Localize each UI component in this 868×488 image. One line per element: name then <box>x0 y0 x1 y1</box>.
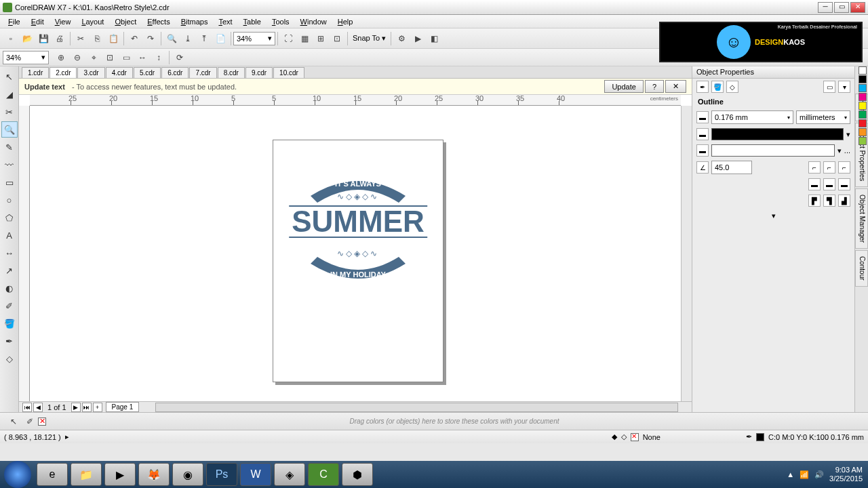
docker-tab[interactable]: Object Manager <box>855 188 868 249</box>
palette-swatch[interactable] <box>859 128 867 136</box>
zoom-tool-icon[interactable]: 🔍 <box>1 121 18 138</box>
tray-flag-icon[interactable]: ▲ <box>787 470 794 479</box>
shape-tool-icon[interactable]: ◢ <box>1 86 18 102</box>
app2-taskbar-icon[interactable]: ⬢ <box>342 463 373 486</box>
zoom-selection-icon[interactable]: ⌖ <box>86 50 101 65</box>
chrome-taskbar-icon[interactable]: ◉ <box>172 463 203 486</box>
guides-icon[interactable]: ⊞ <box>313 31 328 46</box>
firefox-taskbar-icon[interactable]: 🦊 <box>138 463 170 486</box>
search-icon[interactable]: 🔍 <box>164 31 179 46</box>
zoom-all-icon[interactable]: ⊡ <box>102 50 117 65</box>
tray-network-icon[interactable]: 📶 <box>800 470 809 479</box>
add-page-button[interactable]: + <box>93 403 102 412</box>
menu-table[interactable]: Table <box>238 16 267 27</box>
palette-swatch[interactable] <box>859 137 867 145</box>
menu-file[interactable]: File <box>3 16 26 27</box>
expand-icon[interactable]: ▭ <box>823 81 835 93</box>
vertical-scrollbar[interactable] <box>681 106 692 401</box>
corner3-icon[interactable]: ⌐ <box>838 161 850 174</box>
snap-to-dropdown[interactable]: Snap To ▾ <box>350 34 389 43</box>
launch-icon[interactable]: ▶ <box>410 31 425 46</box>
fullscreen-icon[interactable]: ⛶ <box>281 31 296 46</box>
palette-swatch[interactable] <box>859 84 867 92</box>
expand-arrow-icon[interactable]: ▾ <box>692 209 854 223</box>
redo-icon[interactable]: ↷ <box>143 31 158 46</box>
pos1-icon[interactable]: ▛ <box>808 195 821 207</box>
doc-tab[interactable]: 2.cdr <box>50 67 77 78</box>
cap2-icon[interactable]: ▬ <box>823 178 835 190</box>
last-page-button[interactable]: ⏭ <box>82 403 92 412</box>
doc-tab[interactable]: 3.cdr <box>77 67 104 78</box>
palette-swatch[interactable] <box>859 102 867 110</box>
effects-tool-icon[interactable]: ◐ <box>1 280 18 296</box>
help-button[interactable]: ? <box>645 80 664 93</box>
print-icon[interactable]: 🖨 <box>52 31 67 46</box>
word-taskbar-icon[interactable]: W <box>240 463 271 486</box>
menu-view[interactable]: View <box>50 16 77 27</box>
menu-effects[interactable]: Effects <box>142 16 175 27</box>
menu-layout[interactable]: Layout <box>76 16 109 27</box>
canvas[interactable]: IT'S ALWAYS ∿◇◈◇∿ SUMMER ∿◇◈◇∿ IN MY HOL… <box>30 106 681 401</box>
options-icon[interactable]: ⚙ <box>394 31 409 46</box>
prev-page-button[interactable]: ◀ <box>33 403 43 412</box>
save-icon[interactable]: 💾 <box>36 31 51 46</box>
cap1-icon[interactable]: ▬ <box>808 178 821 190</box>
doc-tab[interactable]: 10.cdr <box>273 67 304 78</box>
options-icon[interactable]: ▾ <box>838 81 850 93</box>
tray-volume-icon[interactable]: 🔊 <box>814 470 824 479</box>
doc-tab[interactable]: 1.cdr <box>22 67 49 78</box>
pick-tool-icon[interactable]: ↖ <box>1 68 18 85</box>
cap3-icon[interactable]: ▬ <box>838 178 850 190</box>
refresh-icon[interactable]: ⟳ <box>172 50 187 65</box>
pos2-icon[interactable]: ▜ <box>823 195 835 207</box>
grid-icon[interactable]: ▦ <box>297 31 312 46</box>
palette-swatch[interactable] <box>859 119 867 127</box>
app-icon[interactable]: ◧ <box>427 31 441 46</box>
ellipse-tool-icon[interactable]: ○ <box>1 192 18 208</box>
open-icon[interactable]: 📂 <box>20 31 35 46</box>
crop-tool-icon[interactable]: ✂ <box>1 104 18 120</box>
new-icon[interactable]: ▫ <box>3 31 18 46</box>
import-icon[interactable]: ⤓ <box>180 31 195 46</box>
zoom-combo[interactable]: 34%▾ <box>233 32 275 45</box>
menu-bitmaps[interactable]: Bitmaps <box>176 16 214 27</box>
corner1-icon[interactable]: ⌐ <box>808 161 821 174</box>
fill-tool-icon[interactable]: 🪣 <box>1 315 18 331</box>
photoshop-taskbar-icon[interactable]: Ps <box>206 463 237 486</box>
app1-taskbar-icon[interactable]: ◈ <box>274 463 305 486</box>
more-styles[interactable]: ... <box>844 146 850 155</box>
eyedropper-tool-icon[interactable]: ✐ <box>1 298 18 314</box>
fill-tab-icon[interactable]: 🪣 <box>711 81 724 93</box>
outline-tool-icon[interactable]: ✒ <box>1 333 18 349</box>
transparency-tool-icon[interactable]: ◇ <box>1 350 18 367</box>
zoom-out-icon[interactable]: ⊖ <box>70 50 85 65</box>
freehand-tool-icon[interactable]: ✎ <box>1 139 18 155</box>
dimension-tool-icon[interactable]: ↔ <box>1 245 18 261</box>
miter-limit-input[interactable]: 45.0 <box>711 161 752 174</box>
minimize-button[interactable]: ─ <box>818 2 833 13</box>
copy-icon[interactable]: ⎘ <box>90 31 104 46</box>
export-icon[interactable]: ⤒ <box>197 31 212 46</box>
page-tab[interactable]: Page 1 <box>106 402 140 412</box>
paste-icon[interactable]: 📋 <box>106 31 121 46</box>
units-combo[interactable]: millimeters▾ <box>796 110 850 124</box>
explorer-taskbar-icon[interactable]: 📁 <box>71 463 102 486</box>
palette-swatch[interactable] <box>859 66 867 75</box>
transparency-tab-icon[interactable]: ◇ <box>726 81 738 93</box>
rectangle-tool-icon[interactable]: ▭ <box>1 174 18 190</box>
palette-swatch[interactable] <box>859 75 867 83</box>
palette-swatch[interactable] <box>859 93 867 101</box>
snap-icon[interactable]: ⊡ <box>330 31 344 46</box>
menu-text[interactable]: Text <box>213 16 237 27</box>
polygon-tool-icon[interactable]: ⬠ <box>1 209 18 226</box>
zoom-page-icon[interactable]: ▭ <box>119 50 134 65</box>
maximize-button[interactable]: ▭ <box>834 2 849 13</box>
artistic-tool-icon[interactable]: 〰 <box>1 157 18 173</box>
menu-edit[interactable]: Edit <box>26 16 50 27</box>
cut-icon[interactable]: ✂ <box>73 31 88 46</box>
zoom-level-combo[interactable]: 34%▾ <box>3 51 49 64</box>
outline-color-swatch[interactable] <box>711 128 844 140</box>
undo-icon[interactable]: ↶ <box>127 31 142 46</box>
outline-tab-icon[interactable]: ✒ <box>696 81 709 93</box>
publish-icon[interactable]: 📄 <box>213 31 228 46</box>
